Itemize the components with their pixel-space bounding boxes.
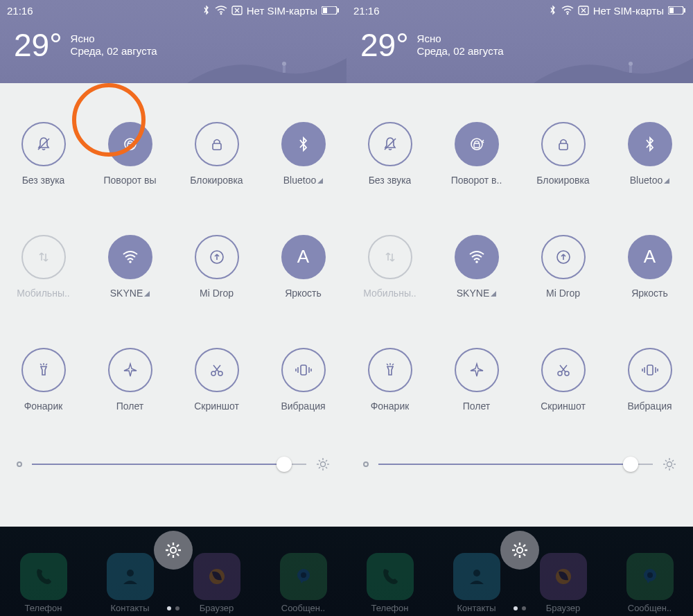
tile-screenshot[interactable]: Скриншот bbox=[520, 324, 606, 437]
phone-icon bbox=[378, 565, 402, 588]
airplane-icon bbox=[468, 361, 486, 379]
tile-label: Скриншот bbox=[541, 401, 586, 412]
dock-contacts[interactable]: Контакты bbox=[439, 553, 515, 613]
tile-midrop[interactable]: Mi Drop bbox=[173, 210, 260, 323]
svg-line-37 bbox=[168, 545, 170, 547]
tile-label: Фонарик bbox=[371, 401, 410, 412]
tile-label: Мобильны.. bbox=[17, 288, 69, 299]
tile-torch[interactable]: Фонарик bbox=[346, 324, 433, 437]
svg-rect-59 bbox=[647, 365, 653, 375]
midrop-icon bbox=[208, 248, 226, 266]
svg-rect-50 bbox=[474, 143, 480, 148]
bluetooth-icon bbox=[641, 135, 659, 153]
tile-wifi[interactable]: SKYNE bbox=[433, 210, 520, 323]
quick-settings-panel: Без звука Поворот вы Блокировка Bluetoo … bbox=[0, 83, 346, 527]
contacts-icon bbox=[465, 565, 489, 588]
tile-rotate[interactable]: Поворот вы bbox=[87, 97, 173, 210]
tile-rotate[interactable]: Поворот в.. bbox=[433, 97, 520, 210]
tile-label: Блокировка bbox=[190, 175, 243, 186]
brightness-slider[interactable] bbox=[0, 437, 346, 478]
airplane-icon bbox=[121, 361, 139, 379]
expand-icon bbox=[491, 291, 496, 297]
tile-vibrate[interactable]: Вибрация bbox=[606, 324, 693, 437]
tile-label: Вибрация bbox=[627, 401, 672, 412]
settings-fab[interactable] bbox=[500, 531, 539, 570]
tile-bluetooth[interactable]: Bluetoo bbox=[606, 97, 693, 210]
dock-browser[interactable]: Браузер bbox=[525, 553, 602, 613]
landscape-decor bbox=[534, 49, 693, 83]
message-icon bbox=[292, 565, 315, 588]
svg-line-81 bbox=[514, 554, 516, 556]
dock-messages[interactable]: Сообщен.. bbox=[265, 553, 342, 613]
dock-label: Браузер bbox=[200, 603, 234, 613]
dock-browser[interactable]: Браузер bbox=[179, 553, 255, 613]
settings-fab[interactable] bbox=[154, 531, 193, 570]
expand-icon bbox=[664, 178, 669, 184]
tile-lock[interactable]: Блокировка bbox=[520, 97, 606, 210]
tile-label: Фонарик bbox=[24, 401, 63, 412]
tile-mute[interactable]: Без звука bbox=[346, 97, 433, 210]
brightness-slider[interactable] bbox=[346, 437, 693, 478]
svg-line-80 bbox=[523, 545, 525, 547]
tile-mobile-data[interactable]: Мобильны.. bbox=[0, 210, 87, 323]
tile-airplane[interactable]: Полет bbox=[433, 324, 520, 437]
tile-label: SKYNE bbox=[110, 288, 143, 299]
wifi-status-icon bbox=[561, 6, 574, 15]
browser-icon bbox=[552, 565, 575, 588]
wifi-icon bbox=[467, 247, 486, 267]
tile-mute[interactable]: Без звука bbox=[0, 97, 87, 210]
page-indicator bbox=[514, 606, 526, 610]
tile-torch[interactable]: Фонарик bbox=[0, 324, 87, 437]
svg-rect-9 bbox=[128, 143, 133, 148]
tile-label: Мобильны.. bbox=[363, 288, 416, 299]
page-indicator bbox=[167, 606, 179, 610]
svg-line-67 bbox=[672, 460, 674, 461]
svg-point-73 bbox=[517, 547, 523, 553]
flashlight-icon bbox=[35, 361, 53, 379]
tile-label: Скриншот bbox=[194, 401, 239, 412]
browser-icon bbox=[205, 565, 229, 588]
tile-airplane[interactable]: Полет bbox=[87, 324, 173, 437]
status-bar: 21:16 Нет SIM-карты bbox=[0, 0, 346, 19]
dock-label: Контакты bbox=[110, 603, 149, 613]
temperature: 29° bbox=[360, 26, 409, 64]
sim-status-text: Нет SIM-карты bbox=[593, 5, 664, 17]
svg-rect-10 bbox=[213, 143, 221, 150]
dock-phone[interactable]: Телефон bbox=[6, 553, 82, 613]
vibrate-icon bbox=[294, 361, 313, 379]
svg-point-28 bbox=[127, 570, 134, 577]
svg-rect-42 bbox=[629, 66, 632, 73]
sim-status-text: Нет SIM-карты bbox=[247, 5, 317, 17]
dock-contacts[interactable]: Контакты bbox=[92, 553, 168, 613]
svg-point-2 bbox=[220, 13, 222, 15]
tile-vibrate[interactable]: Вибрация bbox=[260, 324, 346, 437]
tile-midrop[interactable]: Mi Drop bbox=[520, 210, 606, 323]
slider-track[interactable] bbox=[378, 464, 653, 465]
slider-thumb[interactable] bbox=[277, 457, 292, 472]
tile-wifi[interactable]: SKYNE bbox=[87, 210, 173, 323]
landscape-decor bbox=[187, 49, 346, 83]
tile-brightness[interactable]: A Яркость bbox=[260, 210, 346, 323]
tile-lock[interactable]: Блокировка bbox=[173, 97, 260, 210]
tile-label: Полет bbox=[116, 401, 143, 412]
svg-line-38 bbox=[177, 554, 179, 556]
dock-messages[interactable]: Сообщен.. bbox=[612, 553, 688, 613]
tile-brightness[interactable]: A Яркость bbox=[606, 210, 693, 323]
brightness-max-icon bbox=[316, 457, 330, 471]
temperature: 29° bbox=[14, 26, 62, 64]
notification-header: 21:16 Нет SIM-карты 29° Ясно Среда, 02 а… bbox=[346, 0, 693, 83]
svg-line-79 bbox=[523, 554, 525, 556]
expand-icon bbox=[317, 178, 323, 184]
dock-label: Телефон bbox=[371, 603, 409, 613]
vibrate-icon bbox=[640, 361, 660, 379]
scissors-icon bbox=[208, 361, 226, 379]
tile-bluetooth[interactable]: Bluetoo bbox=[260, 97, 346, 210]
slider-track[interactable] bbox=[32, 464, 306, 465]
slider-thumb[interactable] bbox=[623, 457, 638, 472]
tile-screenshot[interactable]: Скриншот bbox=[173, 324, 260, 437]
svg-point-11 bbox=[129, 261, 132, 263]
svg-point-60 bbox=[667, 462, 672, 467]
dock-phone[interactable]: Телефон bbox=[352, 553, 428, 613]
tile-mobile-data[interactable]: Мобильны.. bbox=[346, 210, 433, 323]
svg-point-69 bbox=[473, 570, 480, 577]
